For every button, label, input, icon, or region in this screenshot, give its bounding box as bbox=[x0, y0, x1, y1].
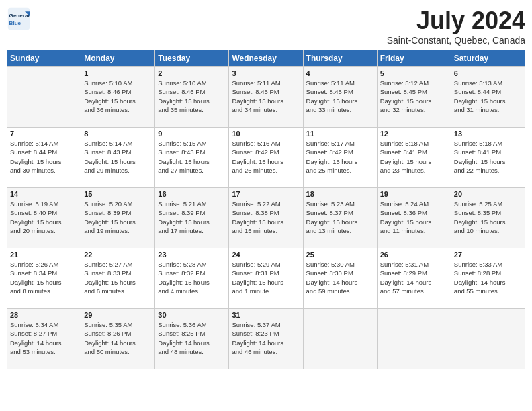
day-header-wednesday: Wednesday bbox=[229, 50, 303, 67]
day-info: Sunrise: 5:37 AMSunset: 8:23 PMDaylight:… bbox=[232, 320, 300, 356]
calendar-cell: 13Sunrise: 5:18 AMSunset: 8:41 PMDayligh… bbox=[451, 128, 525, 188]
day-header-monday: Monday bbox=[81, 50, 155, 67]
calendar-cell: 6Sunrise: 5:13 AMSunset: 8:44 PMDaylight… bbox=[451, 67, 525, 128]
month-title: July 2024 bbox=[387, 7, 525, 35]
calendar-cell: 12Sunrise: 5:18 AMSunset: 8:41 PMDayligh… bbox=[377, 128, 451, 188]
day-number: 21 bbox=[10, 250, 78, 259]
calendar-cell: 15Sunrise: 5:20 AMSunset: 8:39 PMDayligh… bbox=[81, 188, 155, 248]
day-header-thursday: Thursday bbox=[303, 50, 377, 67]
day-info: Sunrise: 5:21 AMSunset: 8:39 PMDaylight:… bbox=[158, 199, 226, 235]
logo-icon: General Blue bbox=[7, 7, 31, 31]
calendar-cell: 21Sunrise: 5:26 AMSunset: 8:34 PMDayligh… bbox=[7, 248, 81, 309]
day-info: Sunrise: 5:28 AMSunset: 8:32 PMDaylight:… bbox=[158, 260, 226, 295]
day-info: Sunrise: 5:14 AMSunset: 8:43 PMDaylight:… bbox=[84, 139, 152, 175]
calendar-cell: 5Sunrise: 5:12 AMSunset: 8:45 PMDaylight… bbox=[377, 67, 451, 128]
calendar-cell: 27Sunrise: 5:33 AMSunset: 8:28 PMDayligh… bbox=[451, 248, 525, 309]
calendar-cell: 25Sunrise: 5:30 AMSunset: 8:30 PMDayligh… bbox=[303, 248, 377, 309]
calendar-cell: 14Sunrise: 5:19 AMSunset: 8:40 PMDayligh… bbox=[7, 188, 81, 248]
day-header-tuesday: Tuesday bbox=[155, 50, 229, 67]
day-info: Sunrise: 5:25 AMSunset: 8:35 PMDaylight:… bbox=[454, 199, 522, 235]
calendar-cell: 2Sunrise: 5:10 AMSunset: 8:46 PMDaylight… bbox=[155, 67, 229, 128]
day-number: 3 bbox=[232, 69, 300, 77]
day-number: 15 bbox=[84, 190, 152, 198]
day-info: Sunrise: 5:10 AMSunset: 8:46 PMDaylight:… bbox=[84, 79, 152, 114]
day-info: Sunrise: 5:17 AMSunset: 8:42 PMDaylight:… bbox=[306, 139, 374, 175]
week-row-2: 7Sunrise: 5:14 AMSunset: 8:44 PMDaylight… bbox=[7, 128, 525, 188]
day-header-friday: Friday bbox=[377, 50, 451, 67]
calendar-cell: 3Sunrise: 5:11 AMSunset: 8:45 PMDaylight… bbox=[229, 67, 303, 128]
day-info: Sunrise: 5:18 AMSunset: 8:41 PMDaylight:… bbox=[380, 139, 448, 175]
day-number: 25 bbox=[306, 250, 374, 259]
day-number: 7 bbox=[10, 130, 78, 138]
calendar-cell: 28Sunrise: 5:34 AMSunset: 8:27 PMDayligh… bbox=[7, 309, 81, 369]
day-header-saturday: Saturday bbox=[451, 50, 525, 67]
calendar-cell bbox=[377, 309, 451, 369]
day-number: 29 bbox=[84, 311, 152, 319]
calendar-cell: 20Sunrise: 5:25 AMSunset: 8:35 PMDayligh… bbox=[451, 188, 525, 248]
day-info: Sunrise: 5:11 AMSunset: 8:45 PMDaylight:… bbox=[306, 79, 374, 114]
day-info: Sunrise: 5:15 AMSunset: 8:43 PMDaylight:… bbox=[158, 139, 226, 175]
calendar-cell: 10Sunrise: 5:16 AMSunset: 8:42 PMDayligh… bbox=[229, 128, 303, 188]
week-row-3: 14Sunrise: 5:19 AMSunset: 8:40 PMDayligh… bbox=[7, 188, 525, 248]
calendar-cell: 30Sunrise: 5:36 AMSunset: 8:25 PMDayligh… bbox=[155, 309, 229, 369]
day-info: Sunrise: 5:31 AMSunset: 8:29 PMDaylight:… bbox=[380, 260, 448, 295]
calendar-cell bbox=[303, 309, 377, 369]
day-info: Sunrise: 5:27 AMSunset: 8:33 PMDaylight:… bbox=[84, 260, 152, 295]
day-info: Sunrise: 5:10 AMSunset: 8:46 PMDaylight:… bbox=[158, 79, 226, 114]
day-info: Sunrise: 5:18 AMSunset: 8:41 PMDaylight:… bbox=[454, 139, 522, 175]
calendar-table: SundayMondayTuesdayWednesdayThursdayFrid… bbox=[7, 50, 525, 369]
calendar-cell: 31Sunrise: 5:37 AMSunset: 8:23 PMDayligh… bbox=[229, 309, 303, 369]
week-row-1: 1Sunrise: 5:10 AMSunset: 8:46 PMDaylight… bbox=[7, 67, 525, 128]
calendar-cell: 11Sunrise: 5:17 AMSunset: 8:42 PMDayligh… bbox=[303, 128, 377, 188]
day-info: Sunrise: 5:12 AMSunset: 8:45 PMDaylight:… bbox=[380, 79, 448, 114]
week-row-5: 28Sunrise: 5:34 AMSunset: 8:27 PMDayligh… bbox=[7, 309, 525, 369]
week-row-4: 21Sunrise: 5:26 AMSunset: 8:34 PMDayligh… bbox=[7, 248, 525, 309]
day-number: 20 bbox=[454, 190, 522, 198]
calendar-cell: 18Sunrise: 5:23 AMSunset: 8:37 PMDayligh… bbox=[303, 188, 377, 248]
day-number: 30 bbox=[158, 311, 226, 319]
day-info: Sunrise: 5:29 AMSunset: 8:31 PMDaylight:… bbox=[232, 260, 300, 295]
day-info: Sunrise: 5:20 AMSunset: 8:39 PMDaylight:… bbox=[84, 199, 152, 235]
day-info: Sunrise: 5:22 AMSunset: 8:38 PMDaylight:… bbox=[232, 199, 300, 235]
day-info: Sunrise: 5:11 AMSunset: 8:45 PMDaylight:… bbox=[232, 79, 300, 114]
day-header-sunday: Sunday bbox=[7, 50, 81, 67]
day-number: 17 bbox=[232, 190, 300, 198]
day-info: Sunrise: 5:16 AMSunset: 8:42 PMDaylight:… bbox=[232, 139, 300, 175]
calendar-body: 1Sunrise: 5:10 AMSunset: 8:46 PMDaylight… bbox=[7, 67, 525, 369]
day-number: 13 bbox=[454, 130, 522, 138]
day-info: Sunrise: 5:33 AMSunset: 8:28 PMDaylight:… bbox=[454, 260, 522, 295]
calendar-cell: 8Sunrise: 5:14 AMSunset: 8:43 PMDaylight… bbox=[81, 128, 155, 188]
day-number: 16 bbox=[158, 190, 226, 198]
logo: General Blue bbox=[7, 7, 31, 31]
svg-text:General: General bbox=[9, 13, 30, 19]
day-number: 31 bbox=[232, 311, 300, 319]
day-number: 8 bbox=[84, 130, 152, 138]
calendar-cell bbox=[7, 67, 81, 128]
day-info: Sunrise: 5:34 AMSunset: 8:27 PMDaylight:… bbox=[10, 320, 78, 356]
calendar-cell: 26Sunrise: 5:31 AMSunset: 8:29 PMDayligh… bbox=[377, 248, 451, 309]
calendar-cell: 23Sunrise: 5:28 AMSunset: 8:32 PMDayligh… bbox=[155, 248, 229, 309]
day-info: Sunrise: 5:23 AMSunset: 8:37 PMDaylight:… bbox=[306, 199, 374, 235]
day-number: 4 bbox=[306, 69, 374, 77]
calendar-cell: 4Sunrise: 5:11 AMSunset: 8:45 PMDaylight… bbox=[303, 67, 377, 128]
day-number: 28 bbox=[10, 311, 78, 319]
day-number: 19 bbox=[380, 190, 448, 198]
day-info: Sunrise: 5:19 AMSunset: 8:40 PMDaylight:… bbox=[10, 199, 78, 235]
day-number: 6 bbox=[454, 69, 522, 77]
day-info: Sunrise: 5:13 AMSunset: 8:44 PMDaylight:… bbox=[454, 79, 522, 114]
day-number: 18 bbox=[306, 190, 374, 198]
calendar-cell: 16Sunrise: 5:21 AMSunset: 8:39 PMDayligh… bbox=[155, 188, 229, 248]
header: General Blue July 2024 Saint-Constant, Q… bbox=[7, 7, 525, 46]
day-info: Sunrise: 5:24 AMSunset: 8:36 PMDaylight:… bbox=[380, 199, 448, 235]
day-info: Sunrise: 5:36 AMSunset: 8:25 PMDaylight:… bbox=[158, 320, 226, 356]
location: Saint-Constant, Quebec, Canada bbox=[387, 35, 525, 46]
svg-text:Blue: Blue bbox=[9, 20, 21, 26]
calendar-cell: 17Sunrise: 5:22 AMSunset: 8:38 PMDayligh… bbox=[229, 188, 303, 248]
day-number: 14 bbox=[10, 190, 78, 198]
day-number: 22 bbox=[84, 250, 152, 259]
calendar-cell: 19Sunrise: 5:24 AMSunset: 8:36 PMDayligh… bbox=[377, 188, 451, 248]
day-number: 9 bbox=[158, 130, 226, 138]
day-number: 12 bbox=[380, 130, 448, 138]
title-area: July 2024 Saint-Constant, Quebec, Canada bbox=[387, 7, 525, 46]
day-number: 27 bbox=[454, 250, 522, 259]
